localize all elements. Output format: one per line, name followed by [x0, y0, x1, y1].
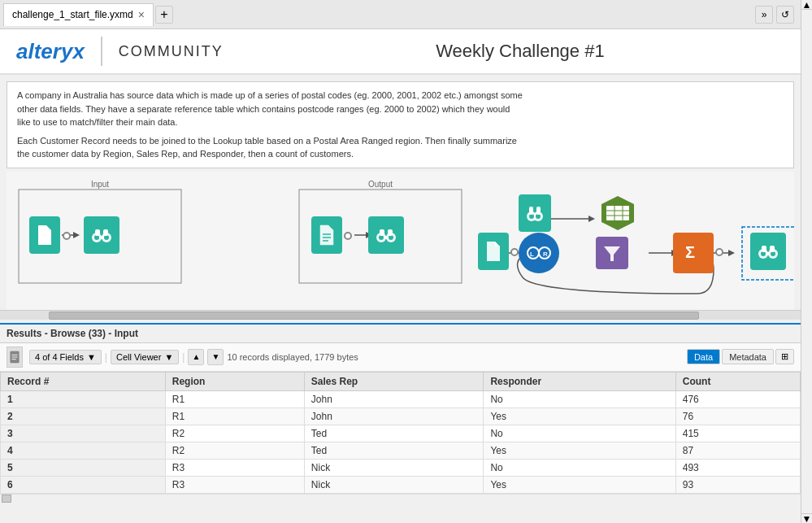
svg-text:Σ: Σ [685, 243, 695, 261]
cell-responder: No [484, 390, 675, 408]
results-side-icon [7, 346, 23, 368]
cell-region: R2 [165, 442, 304, 459]
refresh-btn[interactable]: ↺ [776, 6, 794, 24]
cell-viewer-btn[interactable]: Cell Viewer ▼ [111, 350, 179, 364]
cell-count: 76 [675, 408, 800, 425]
tab-close-btn[interactable]: × [138, 8, 145, 21]
cell-record: 4 [1, 442, 166, 459]
cell-count: 415 [675, 425, 800, 442]
svg-rect-33 [384, 236, 389, 239]
table-h-scrollbar[interactable] [0, 494, 801, 503]
cell-record: 6 [1, 476, 166, 493]
browse-top-node[interactable] [519, 194, 551, 232]
tab-filename: challenge_1_start_file.yxmd [12, 9, 133, 20]
desc-line5: Each Customer Record needs to be joined … [17, 134, 784, 148]
more-tabs-btn[interactable]: » [755, 6, 773, 24]
col-record: Record # [1, 372, 166, 390]
svg-rect-43 [606, 206, 629, 220]
join-node[interactable]: L R [519, 233, 559, 273]
cell-responder: No [484, 425, 675, 442]
file-tab[interactable]: challenge_1_start_file.yxmd × [3, 3, 154, 26]
scroll-up-btn[interactable]: ▲ [801, 0, 812, 10]
scrollbar-thumb[interactable] [49, 312, 699, 320]
output-browse-node[interactable] [368, 216, 404, 254]
table-row[interactable]: 5 R3 Nick No 493 [1, 459, 801, 476]
workflow-input-node[interactable] [478, 233, 509, 270]
challenge-title: Weekly Challenge #1 [256, 41, 784, 62]
workflow-scrollbar[interactable] [0, 310, 801, 320]
svg-text:Output: Output [368, 180, 393, 189]
header-divider [101, 37, 102, 66]
cell-salesrep: Ted [304, 425, 484, 442]
export-btn[interactable]: ⊞ [775, 349, 794, 364]
community-label: COMMUNITY [119, 43, 224, 60]
desc-line6: the customer data by Region, Sales Rep, … [17, 147, 784, 161]
app-header: alteryx COMMUNITY Weekly Challenge #1 [0, 29, 801, 75]
svg-rect-58 [766, 252, 771, 255]
cell-salesrep: John [304, 408, 484, 425]
cell-record: 3 [1, 425, 166, 442]
workflow-canvas: Input Output [7, 172, 794, 310]
scroll-down-btn[interactable]: ▼ [801, 513, 812, 523]
svg-rect-35 [388, 229, 393, 236]
svg-marker-10 [728, 250, 735, 256]
cell-salesrep: Nick [304, 459, 484, 476]
input-browse-node[interactable] [84, 216, 119, 254]
filter-node[interactable] [596, 237, 628, 269]
svg-rect-60 [770, 246, 775, 252]
connector-dot-2 [344, 232, 352, 240]
sort-desc-btn[interactable]: ▼ [207, 349, 224, 365]
svg-text:Input: Input [91, 180, 109, 189]
table-row[interactable]: 1 R1 John No 476 [1, 390, 801, 408]
cell-count: 87 [675, 442, 800, 459]
cell-count: 493 [675, 459, 800, 476]
table-row[interactable]: 2 R1 John Yes 76 [1, 408, 801, 425]
table-output-node[interactable] [600, 194, 636, 232]
col-salesrep: Sales Rep [304, 372, 484, 390]
cell-region: R3 [165, 476, 304, 493]
svg-rect-23 [99, 236, 104, 239]
data-view-btn[interactable]: Data [687, 349, 720, 364]
svg-rect-59 [762, 246, 766, 252]
desc-line3: like to use to match/filter their main d… [17, 115, 784, 129]
summarize-node[interactable]: Σ [673, 233, 714, 273]
metadata-view-btn[interactable]: Metadata [722, 349, 774, 364]
cell-count: 476 [675, 390, 800, 408]
results-header: Results - Browse (33) - Input [0, 325, 801, 343]
svg-marker-53 [604, 246, 620, 261]
output-source-node[interactable] [311, 216, 342, 254]
cell-record: 2 [1, 408, 166, 425]
svg-rect-34 [380, 229, 384, 236]
cell-record: 1 [1, 390, 166, 408]
scroll-left-btn[interactable] [2, 495, 11, 503]
col-responder: Responder [484, 372, 675, 390]
results-table: Record # Region Sales Rep Responder Coun… [0, 372, 801, 494]
svg-rect-41 [536, 207, 541, 215]
results-panel: Results - Browse (33) - Input 4 of 4 Fie… [0, 323, 801, 503]
new-tab-btn[interactable]: + [155, 6, 173, 24]
table-row[interactable]: 4 R2 Ted Yes 87 [1, 442, 801, 459]
cell-count: 93 [675, 476, 800, 493]
fields-chevron: ▼ [87, 352, 96, 362]
table-header-row: Record # Region Sales Rep Responder Coun… [1, 372, 801, 390]
tab-bar: challenge_1_start_file.yxmd × + » ↺ [0, 0, 801, 29]
table-row[interactable]: 6 R3 Nick Yes 93 [1, 476, 801, 493]
cell-record: 5 [1, 459, 166, 476]
connector-dot-4 [715, 248, 723, 256]
cell-region: R3 [165, 459, 304, 476]
cell-responder: No [484, 459, 675, 476]
cell-salesrep: Nick [304, 476, 484, 493]
connector-dot-3 [510, 248, 519, 256]
alteryx-logo: alteryx [16, 39, 85, 64]
input-source-node[interactable] [29, 216, 60, 254]
svg-marker-5 [73, 232, 80, 238]
sort-asc-btn[interactable]: ▲ [188, 349, 204, 365]
cell-region: R1 [165, 390, 304, 408]
fields-selector-btn[interactable]: 4 of 4 Fields ▼ [29, 350, 102, 364]
results-table-wrapper: Record # Region Sales Rep Responder Coun… [0, 372, 801, 494]
col-count: Count [675, 372, 800, 390]
cell-salesrep: Ted [304, 442, 484, 459]
right-browse-node[interactable] [750, 233, 786, 270]
table-row[interactable]: 3 R2 Ted No 415 [1, 425, 801, 442]
cell-responder: Yes [484, 476, 675, 493]
